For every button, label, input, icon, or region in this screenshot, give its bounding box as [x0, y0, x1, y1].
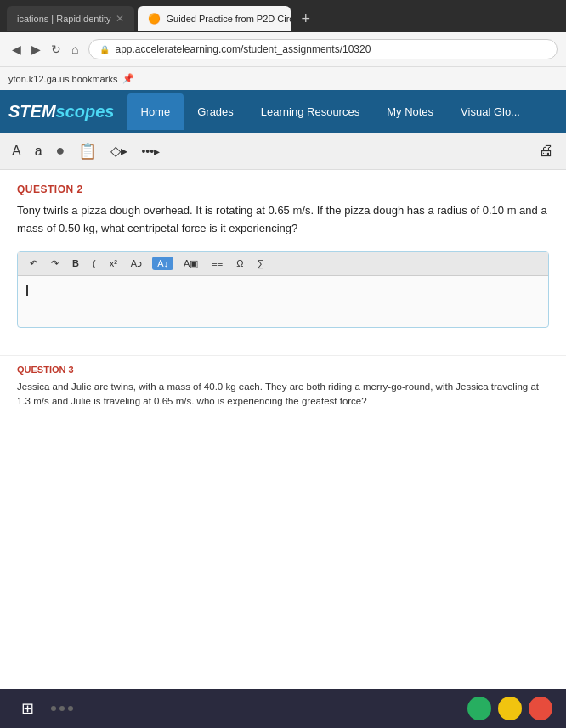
address-bar: ◀ ▶ ↻ ⌂ 🔒 app.acceleratelearning.com/stu…: [0, 32, 566, 66]
sum-btn[interactable]: ∑: [253, 257, 267, 270]
font-large-icon: A: [12, 144, 21, 159]
more-button[interactable]: •••▸: [141, 144, 160, 158]
taskbar-circle-red[interactable]: [529, 697, 552, 720]
superscript-btn[interactable]: x²: [106, 257, 121, 270]
nav-visual-glossary[interactable]: Visual Glo...: [447, 93, 534, 130]
nav-learning-resources[interactable]: Learning Resources: [247, 93, 373, 130]
nav-buttons: ◀ ▶ ↻ ⌂: [8, 41, 82, 58]
url-box[interactable]: 🔒 app.acceleratelearning.com/student_ass…: [88, 39, 558, 59]
tab-label-active: Guided Practice from P2D Circu...: [166, 14, 291, 24]
nav-menu: Home Grades Learning Resources My Notes …: [127, 93, 558, 130]
question3-text: Jessica and Julie are twins, with a mass…: [17, 380, 549, 409]
font-small-icon: a: [35, 144, 42, 159]
tab-guided-practice[interactable]: 🟠 Guided Practice from P2D Circu... ✕: [138, 6, 291, 31]
taskbar-circle-yellow[interactable]: [498, 697, 522, 720]
font-large-btn[interactable]: A: [12, 144, 21, 159]
document-button[interactable]: 📋: [78, 142, 97, 161]
url-text: app.acceleratelearning.com/student_assig…: [115, 43, 371, 55]
bookmarks-bar: yton.k12.ga.us bookmarks 📌: [0, 66, 566, 90]
taskbar-right: [467, 697, 552, 720]
question3-label: QUESTION 3: [17, 364, 549, 375]
question2-label: QUESTION 2: [17, 183, 549, 195]
taskbar-dots: [51, 706, 73, 711]
answer-toolbar: ↶ ↷ B ( x² Aↄ A↓ A▣ ≡≡ Ω ∑: [18, 252, 548, 276]
play-button[interactable]: ●: [56, 142, 65, 160]
omega-btn[interactable]: Ω: [233, 257, 246, 270]
taskbar-circle-green[interactable]: [467, 697, 491, 720]
document-icon: 📋: [78, 142, 97, 161]
taskbar-left: ⊞: [14, 695, 73, 722]
question2-area: QUESTION 2 Tony twirls a pizza dough ove…: [0, 170, 566, 355]
more-icon: •••▸: [141, 144, 160, 158]
tab-close-rapididentity[interactable]: ✕: [116, 13, 124, 25]
dot3: [68, 706, 73, 711]
logo-stem: STEM: [8, 102, 56, 121]
lock-icon: 🔒: [99, 45, 110, 54]
question3-area: QUESTION 3 Jessica and Julie are twins, …: [0, 355, 566, 418]
font-small-btn[interactable]: a: [35, 144, 42, 159]
nav-grades[interactable]: Grades: [184, 93, 247, 130]
bookmark-icon: 📌: [122, 73, 134, 84]
undo-btn[interactable]: ↶: [26, 257, 41, 271]
forward-button[interactable]: ▶: [28, 41, 44, 58]
tab-bar: ications | RapidIdentity ✕ 🟠 Guided Prac…: [0, 0, 566, 32]
nav-my-notes[interactable]: My Notes: [373, 93, 447, 130]
dot1: [51, 706, 56, 711]
nav-home[interactable]: Home: [127, 93, 184, 130]
cursor: [26, 285, 28, 296]
taskbar: ⊞: [0, 689, 566, 728]
bookmarks-label: yton.k12.ga.us bookmarks: [8, 74, 117, 84]
bold-btn[interactable]: B: [69, 257, 82, 270]
tab-favicon: 🟠: [148, 13, 161, 25]
print-icon: 🖨: [539, 142, 554, 160]
font-size-btn[interactable]: A↓: [152, 257, 173, 270]
highlight-btn[interactable]: A▣: [180, 257, 201, 271]
toolbar: A a ● 📋 ◇▸ •••▸ 🖨: [0, 133, 566, 170]
redo-btn[interactable]: ↷: [48, 257, 62, 271]
answer-box: ↶ ↷ B ( x² Aↄ A↓ A▣ ≡≡ Ω ∑: [17, 251, 549, 328]
play-icon: ●: [56, 142, 65, 160]
start-button[interactable]: ⊞: [14, 695, 41, 722]
answer-input[interactable]: [18, 276, 548, 327]
stemscopes-nav: STEMscopes Home Grades Learning Resource…: [0, 90, 566, 133]
shapes-icon: ◇▸: [110, 143, 127, 159]
home-button[interactable]: ⌂: [68, 41, 82, 58]
dot2: [59, 706, 65, 711]
logo-scopes: scopes: [56, 102, 115, 121]
back-button[interactable]: ◀: [8, 41, 25, 58]
reload-button[interactable]: ↻: [48, 41, 65, 58]
stemscopes-logo: STEMscopes: [8, 102, 115, 121]
new-tab-button[interactable]: +: [294, 11, 317, 26]
print-button[interactable]: 🖨: [539, 142, 554, 160]
question2-text: Tony twirls a pizza dough overhead. It i…: [17, 202, 549, 238]
paren-btn[interactable]: (: [89, 257, 99, 270]
tab-rapididentity[interactable]: ications | RapidIdentity ✕: [7, 6, 134, 31]
page-content: STEMscopes Home Grades Learning Resource…: [0, 90, 566, 728]
font-color-btn[interactable]: Aↄ: [127, 257, 145, 271]
tab-label: ications | RapidIdentity: [17, 14, 110, 24]
shapes-button[interactable]: ◇▸: [110, 143, 127, 159]
browser-chrome: ications | RapidIdentity ✕ 🟠 Guided Prac…: [0, 0, 566, 90]
list-btn[interactable]: ≡≡: [208, 257, 226, 270]
